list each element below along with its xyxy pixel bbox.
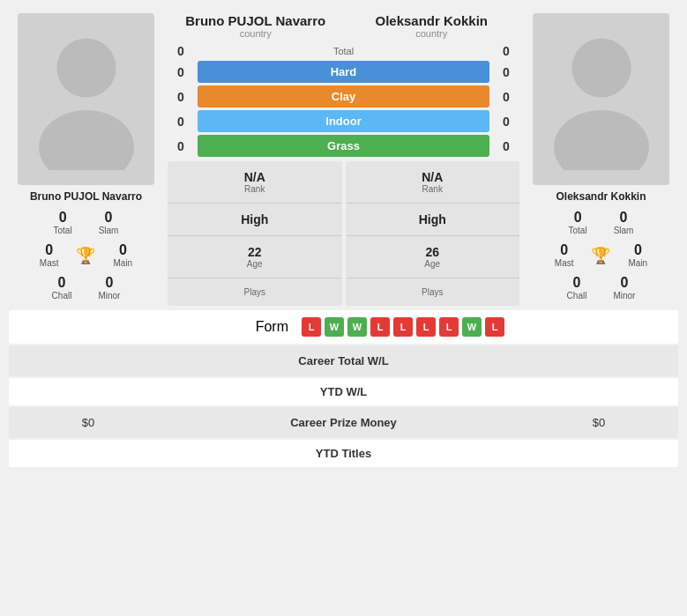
bottom-section: Form LWWLLLLWL Career Total W/L YTD W/L … [0, 310, 687, 467]
indoor-button[interactable]: Indoor [198, 110, 489, 132]
career-total-label: Career Total W/L [154, 354, 533, 367]
right-minor-value: 0 [620, 275, 628, 291]
left-mast-value: 0 [45, 242, 53, 258]
left-mast-block: 0 Mast [40, 242, 59, 268]
clay-left-score: 0 [168, 90, 194, 104]
left-slam-value: 0 [105, 210, 113, 226]
left-stats-row2: 0 Mast 🏆 0 Main [40, 242, 132, 268]
left-plays2-lbl: Plays [244, 287, 265, 297]
right-minor-label: Minor [613, 291, 635, 301]
ytd-titles-label: YTD Titles [154, 447, 533, 460]
right-mast-block: 0 Mast [555, 242, 574, 268]
left-info-card: N/A Rank High 22 Age Plays [168, 161, 342, 306]
form-badge-5: L [416, 317, 436, 337]
left-age-val: 22 [248, 245, 262, 259]
hard-left-score: 0 [168, 65, 194, 79]
right-player-name: Oleksandr Kokkin [556, 190, 646, 203]
left-stats-row1: 0 Total 0 Slam [54, 210, 119, 235]
form-badge-1: W [325, 317, 344, 337]
surface-clay-row: 0 Clay 0 [168, 85, 519, 108]
left-heading-name: Bruno PUJOL Navarro [168, 13, 344, 28]
right-age-lbl: Age [424, 259, 440, 269]
right-chall-block: 0 Chall [567, 275, 587, 301]
right-player-area: Oleksandr Kokkin 0 Total 0 Slam 0 Mast 🏆 [524, 13, 678, 306]
right-name-center: Oleksandr Kokkin country [344, 13, 520, 39]
names-row: Bruno PUJOL Navarro country Oleksandr Ko… [168, 13, 519, 39]
form-badge-0: L [302, 317, 321, 337]
left-mast-label: Mast [40, 258, 59, 268]
left-plays2-cell: Plays [168, 278, 342, 306]
left-main-label: Main [113, 258, 132, 268]
career-prize-row: $0 Career Prize Money $0 [9, 407, 678, 438]
right-mast-label: Mast [555, 258, 574, 268]
left-chall-label: Chall [52, 291, 72, 301]
grass-left-score: 0 [168, 139, 194, 153]
hard-right-score: 0 [493, 65, 519, 79]
indoor-left-score: 0 [168, 115, 194, 129]
middle-area: Bruno PUJOL Navarro country Oleksandr Ko… [168, 13, 519, 306]
total-label: Total [198, 46, 489, 56]
right-mast-value: 0 [560, 242, 568, 258]
grass-label: Grass [327, 139, 360, 152]
left-country: country [168, 28, 344, 39]
right-country: country [344, 28, 520, 39]
left-rank-val: N/A [244, 170, 265, 184]
middle-cards: N/A Rank High 22 Age Plays [168, 161, 519, 306]
surface-indoor-row: 0 Indoor 0 [168, 110, 519, 132]
left-slam-block: 0 Slam [99, 210, 119, 235]
clay-button[interactable]: Clay [198, 85, 489, 108]
left-player-area: Bruno PUJOL Navarro 0 Total 0 Slam 0 Mas… [9, 13, 163, 306]
right-plays-cell: High [346, 204, 520, 236]
right-total-block: 0 Total [569, 210, 587, 235]
form-badge-7: W [462, 317, 482, 337]
right-chall-label: Chall [567, 291, 587, 301]
left-main-value: 0 [119, 242, 127, 258]
right-total-label: Total [569, 226, 587, 235]
right-plays2-cell: Plays [346, 278, 520, 306]
right-slam-value: 0 [620, 210, 628, 226]
left-chall-block: 0 Chall [52, 275, 72, 301]
left-trophy-icon: 🏆 [76, 246, 95, 265]
svg-point-3 [554, 110, 649, 170]
right-main-block: 0 Main [628, 242, 647, 268]
left-rank-cell: N/A Rank [168, 161, 342, 204]
main-container: Bruno PUJOL Navarro 0 Total 0 Slam 0 Mas… [0, 0, 687, 467]
right-info-card: N/A Rank High 26 Age Plays [346, 161, 520, 306]
grass-button[interactable]: Grass [198, 135, 489, 157]
right-rank-val: N/A [422, 170, 443, 184]
hard-button[interactable]: Hard [198, 61, 489, 83]
left-age-lbl: Age [247, 259, 263, 269]
ytd-titles-row: YTD Titles [9, 440, 678, 467]
surface-hard-row: 0 Hard 0 [168, 61, 519, 83]
left-minor-block: 0 Minor [98, 275, 120, 301]
right-age-val: 26 [425, 245, 439, 259]
right-stats-row2: 0 Mast 🏆 0 Main [555, 242, 647, 268]
top-section: Bruno PUJOL Navarro 0 Total 0 Slam 0 Mas… [0, 0, 687, 310]
left-minor-value: 0 [105, 275, 113, 291]
form-label: Form [183, 319, 288, 335]
surface-grass-row: 0 Grass 0 [168, 135, 519, 157]
left-main-block: 0 Main [113, 242, 132, 268]
left-plays-val: High [241, 212, 268, 226]
surface-scores: 0 Total 0 0 Hard 0 0 Clay [168, 44, 519, 157]
left-minor-label: Minor [98, 291, 120, 301]
form-badge-2: W [347, 317, 367, 337]
left-chall-value: 0 [58, 275, 66, 291]
svg-point-2 [571, 38, 631, 97]
clay-label: Clay [332, 90, 355, 103]
right-total-value: 0 [574, 210, 582, 226]
right-main-label: Main [628, 258, 647, 268]
form-badge-4: L [393, 317, 413, 337]
form-row: Form LWWLLLLWL [9, 310, 678, 344]
surface-total-row: 0 Total 0 [168, 44, 519, 58]
svg-point-0 [56, 38, 116, 97]
ytd-wl-label: YTD W/L [154, 385, 533, 398]
left-player-avatar [18, 13, 154, 185]
ytd-wl-row: YTD W/L [9, 378, 678, 405]
indoor-label: Indoor [325, 115, 361, 128]
form-badge-6: L [439, 317, 459, 337]
total-right-score: 0 [493, 44, 519, 58]
right-rank-cell: N/A Rank [346, 161, 520, 204]
right-age-cell: 26 Age [346, 236, 520, 278]
right-main-value: 0 [634, 242, 642, 258]
